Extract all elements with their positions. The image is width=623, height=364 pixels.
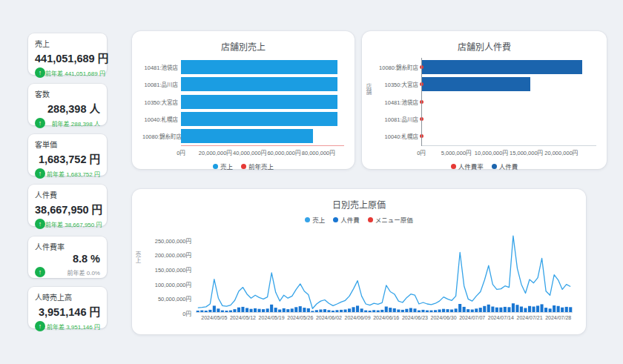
daily-labor-bar[interactable] <box>364 311 367 312</box>
daily-labor-bar[interactable] <box>541 304 544 312</box>
legend-item-売上[interactable]: 売上 <box>305 215 325 224</box>
daily-labor-bar[interactable] <box>377 311 380 312</box>
legend-item-人件費率[interactable]: 人件費率 <box>451 162 484 171</box>
daily-labor-bar[interactable] <box>418 311 421 312</box>
daily-labor-bar[interactable] <box>426 311 429 312</box>
daily-labor-bar[interactable] <box>372 310 375 312</box>
bar-10481:池袋店[interactable] <box>181 60 337 74</box>
daily-labor-bar[interactable] <box>340 310 343 312</box>
daily-labor-bar[interactable] <box>332 311 334 312</box>
daily-labor-bar[interactable] <box>463 307 466 312</box>
daily-labor-bar[interactable] <box>471 310 474 313</box>
daily-labor-bar[interactable] <box>561 308 564 312</box>
daily-labor-bar[interactable] <box>241 307 244 312</box>
daily-labor-bar[interactable] <box>565 307 568 312</box>
legend-item-メニュー原価[interactable]: メニュー原価 <box>368 215 413 224</box>
daily-cost-plot-area[interactable]: 0円50,000,000円100,000,000円150,000,000円200… <box>196 234 573 313</box>
daily-labor-bar[interactable] <box>450 310 453 313</box>
daily-labor-bar[interactable] <box>434 310 437 312</box>
daily-labor-bar[interactable] <box>549 308 552 312</box>
kpi-card-客単価[interactable]: 客単価1,683,752 円↑前年差 1,683,752 円 <box>28 134 107 176</box>
legend-item-人件費[interactable]: 人件費 <box>492 162 518 171</box>
daily-labor-bar[interactable] <box>405 309 408 312</box>
daily-labor-bar[interactable] <box>270 305 273 312</box>
daily-labor-bar[interactable] <box>200 311 203 312</box>
daily-labor-bar[interactable] <box>213 305 216 312</box>
daily-labor-bar[interactable] <box>491 307 494 313</box>
daily-labor-bar[interactable] <box>557 306 560 312</box>
daily-labor-bar[interactable] <box>360 308 363 312</box>
daily-labor-bar[interactable] <box>319 310 322 313</box>
daily-chart-canvas[interactable] <box>196 234 573 312</box>
daily-labor-bar[interactable] <box>369 311 372 312</box>
daily-labor-bar[interactable] <box>315 310 318 312</box>
daily-labor-bar[interactable] <box>229 311 232 312</box>
daily-labor-bar[interactable] <box>307 308 310 312</box>
daily-labor-bar[interactable] <box>385 307 388 313</box>
daily-labor-bar[interactable] <box>356 305 359 312</box>
daily-labor-bar[interactable] <box>225 311 228 312</box>
kpi-card-売上[interactable]: 売上441,051,689 円↑前年差 441,051,689 円 <box>28 33 107 75</box>
daily-labor-bar[interactable] <box>429 311 432 312</box>
daily-labor-bar[interactable] <box>254 308 257 312</box>
bar-10080:錦糸町店[interactable] <box>181 129 313 143</box>
daily-labor-bar[interactable] <box>467 309 469 312</box>
daily-labor-bar[interactable] <box>409 308 412 313</box>
daily-labor-bar[interactable] <box>266 308 269 312</box>
legend-item-前年売上[interactable]: 前年売上 <box>241 162 274 171</box>
daily-labor-bar[interactable] <box>504 307 507 312</box>
kpi-card-人件費[interactable]: 人件費38,667,950 円↑前年差 38,667,950 円 <box>28 185 107 226</box>
daily-labor-bar[interactable] <box>393 308 396 312</box>
daily-labor-bar[interactable] <box>262 309 265 312</box>
daily-labor-bar[interactable] <box>483 306 486 312</box>
bar-10350:大宮店[interactable] <box>421 77 530 91</box>
daily-labor-bar[interactable] <box>294 307 297 312</box>
daily-labor-bar[interactable] <box>344 310 347 313</box>
daily-labor-bar[interactable] <box>487 305 490 312</box>
daily-labor-bar[interactable] <box>458 304 461 312</box>
daily-labor-bar[interactable] <box>520 307 523 313</box>
daily-labor-bar[interactable] <box>475 308 478 312</box>
daily-labor-bar[interactable] <box>442 309 445 312</box>
daily-sales-line[interactable] <box>198 236 570 308</box>
daily-labor-bar[interactable] <box>421 310 424 312</box>
daily-labor-bar[interactable] <box>507 307 510 312</box>
daily-labor-bar[interactable] <box>544 308 547 312</box>
daily-labor-bar[interactable] <box>495 308 498 312</box>
daily-labor-bar[interactable] <box>197 311 200 312</box>
legend-item-売上[interactable]: 売上 <box>213 162 233 171</box>
daily-labor-bar[interactable] <box>348 308 351 312</box>
kpi-card-客数[interactable]: 客数288,398 人↑前年差 288,398 人 <box>28 84 107 125</box>
bar-10040:札幌店[interactable] <box>181 112 337 126</box>
bar-10080:錦糸町店[interactable] <box>421 60 582 74</box>
daily-labor-bar[interactable] <box>233 309 236 312</box>
daily-labor-bar[interactable] <box>499 308 502 312</box>
daily-labor-bar[interactable] <box>524 308 527 313</box>
daily-labor-bar[interactable] <box>221 311 224 312</box>
daily-labor-bar[interactable] <box>311 311 314 312</box>
daily-labor-bar[interactable] <box>479 308 482 312</box>
daily-labor-bar[interactable] <box>205 311 208 312</box>
daily-labor-bar[interactable] <box>258 309 261 312</box>
daily-labor-bar[interactable] <box>237 308 240 312</box>
kpi-card-人件費率[interactable]: 人件費率8.8 %↑前年差 0.0% <box>28 236 107 278</box>
bar-10081:品川店[interactable] <box>181 77 337 91</box>
daily-labor-bar[interactable] <box>413 308 416 312</box>
daily-labor-bar[interactable] <box>274 308 277 312</box>
daily-labor-bar[interactable] <box>528 306 531 312</box>
daily-labor-bar[interactable] <box>515 305 518 312</box>
daily-labor-bar[interactable] <box>286 309 289 312</box>
daily-labor-bar[interactable] <box>569 307 572 312</box>
daily-labor-bar[interactable] <box>553 305 556 312</box>
daily-labor-bar[interactable] <box>397 310 400 313</box>
daily-labor-bar[interactable] <box>438 310 441 313</box>
bar-10350:大宮店[interactable] <box>181 95 337 109</box>
daily-labor-bar[interactable] <box>455 308 458 312</box>
daily-labor-bar[interactable] <box>389 308 392 312</box>
daily-labor-bar[interactable] <box>299 306 302 312</box>
daily-labor-bar[interactable] <box>303 308 306 312</box>
daily-labor-bar[interactable] <box>446 309 449 312</box>
daily-labor-bar[interactable] <box>217 308 220 312</box>
daily-labor-bar[interactable] <box>327 310 330 312</box>
daily-labor-bar[interactable] <box>208 310 211 312</box>
